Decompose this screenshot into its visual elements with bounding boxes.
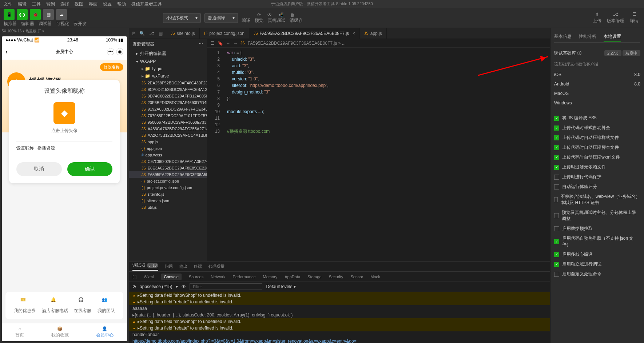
file-item[interactable]: JS util.js: [129, 204, 207, 211]
tab-siteinfo[interactable]: JSsiteinfo.js: [166, 28, 200, 39]
dbg-tab-quality[interactable]: 代码质量: [208, 264, 224, 269]
mode-select[interactable]: 小程序模式▾: [163, 13, 201, 23]
nick-input[interactable]: 播播资源: [37, 145, 55, 151]
menu-item[interactable]: 选择: [60, 1, 69, 7]
file-item[interactable]: JS C97C66202BDC29AFAF1A0E274...: [129, 158, 207, 165]
menu-item[interactable]: 工具: [32, 1, 41, 7]
context-select[interactable]: appservice (#15): [140, 284, 172, 289]
folder-item[interactable]: ▸ 📁fy_jiu: [129, 65, 207, 72]
more-icon[interactable]: •••: [107, 48, 114, 55]
dbg-tab-problems[interactable]: 问题: [165, 264, 173, 269]
setting-checkbox[interactable]: ✓上传代码时自动压缩样式文件: [554, 133, 640, 143]
breadcrumb[interactable]: ☰🔖←→ JSFA595EA22BDC29AF9C3F36A5EA6B08F7.…: [207, 39, 550, 48]
branch-icon[interactable]: ⎇: [149, 31, 154, 36]
eye-icon[interactable]: 👁: [182, 284, 186, 289]
compile-select[interactable]: 普通编译▾: [204, 13, 238, 23]
file-item[interactable]: JS 950066742BDC29AFF3660E7331...: [129, 119, 207, 125]
service-item[interactable]: 🎧在线客服: [74, 297, 91, 314]
rp-tab-basic[interactable]: 基本信息: [554, 32, 572, 42]
filter-input[interactable]: [190, 283, 262, 290]
menu-item[interactable]: 视图: [75, 1, 83, 7]
tab-project-config[interactable]: { }project.config.json: [200, 28, 249, 39]
file-item[interactable]: JS E8E3A6252BDC29AF8E85CE226...: [129, 165, 207, 171]
dt-memory[interactable]: Memory: [263, 275, 278, 279]
file-item[interactable]: JS siteinfo.js: [129, 191, 207, 198]
dbg-tab-terminal[interactable]: 终端: [194, 264, 202, 269]
setting-checkbox[interactable]: 启用数据预拉取: [554, 224, 640, 234]
setting-checkbox[interactable]: 预览及真机调试时主包、分包体积上限调整: [554, 208, 640, 224]
file-item[interactable]: { } project.private.config.json: [129, 184, 207, 191]
file-item[interactable]: JS app.js: [129, 139, 207, 145]
setting-checkbox[interactable]: ✓启用代码自动热重载（不支持 json 文件）: [554, 234, 640, 250]
version-button[interactable]: ⎇版本管理: [607, 12, 624, 24]
menu-item[interactable]: 设置: [103, 1, 112, 7]
dt-sources[interactable]: Sources: [189, 275, 203, 279]
setting-checkbox[interactable]: 自动运行体验评分: [554, 182, 640, 192]
dt-security[interactable]: Security: [329, 275, 343, 279]
details-button[interactable]: ☰详情: [630, 12, 639, 24]
file-item[interactable]: { } app.json: [129, 145, 207, 152]
setting-checkbox[interactable]: ✓上传代码时自动压缩wxml文件: [554, 152, 640, 162]
tab-active-file[interactable]: JSFA595EA22BDC29AF9C3F36A5EA6B08F7.js×: [249, 28, 360, 39]
file-item[interactable]: # app.wxss: [129, 152, 207, 158]
setting-checkbox[interactable]: ✓启用独立域进行调试: [554, 259, 640, 269]
extension-icon[interactable]: ▦: [159, 31, 163, 36]
dt-performance[interactable]: Performance: [233, 275, 256, 279]
dt-sensor[interactable]: Sensor: [350, 275, 363, 279]
root-folder[interactable]: ▾ WXAPP: [129, 58, 207, 65]
preview-icon[interactable]: 👁: [267, 12, 272, 17]
target-icon[interactable]: ◉: [116, 48, 123, 55]
clear-cache-icon[interactable]: 🗑: [290, 12, 295, 17]
cancel-button[interactable]: 取消: [16, 162, 62, 176]
close-icon[interactable]: ×: [353, 31, 355, 36]
cloud-button[interactable]: ☁: [56, 9, 67, 20]
menu-item[interactable]: 编辑: [18, 1, 27, 7]
file-item[interactable]: JS AA2C73B12BDC29AFCC4A1BB6...: [129, 132, 207, 139]
code-content[interactable]: 12345678910111213 var i = { uniacid: "3"…: [207, 48, 550, 261]
file-item[interactable]: { } project.config.json: [129, 178, 207, 184]
coupon-item[interactable]: 🎫我的优惠券: [14, 297, 36, 314]
file-item[interactable]: JS 9192A6332BDC29AFF7F4CE3453...: [129, 106, 207, 112]
file-item[interactable]: JS 9D74C0022BDC29AFFB12A8050...: [129, 93, 207, 99]
menu-item[interactable]: 微信开发者工具: [131, 1, 162, 7]
compile-icon[interactable]: ⟳: [257, 12, 261, 17]
menu-item[interactable]: 界面: [89, 1, 98, 7]
setting-checkbox[interactable]: ✓启用多核心编译: [554, 250, 640, 259]
setting-checkbox[interactable]: ✓将 JS 编译成 ES5: [554, 113, 640, 123]
file-item[interactable]: { } sitemap.json: [129, 198, 207, 204]
device-debug-icon[interactable]: 📲: [278, 12, 284, 17]
file-item[interactable]: JS 20F6BFD32BDC29AF4690D7D4B...: [129, 99, 207, 106]
setting-checkbox[interactable]: ✓上传代码时自动压缩脚本文件: [554, 143, 640, 152]
search-icon[interactable]: 🔍: [139, 31, 145, 36]
editor-button[interactable]: ❮❯: [17, 9, 28, 20]
avatar-upload[interactable]: ◆: [53, 102, 75, 124]
upload-button[interactable]: ⬆上传: [593, 12, 601, 24]
edit-name-badge[interactable]: 修改名称: [100, 63, 123, 71]
visual-button[interactable]: ▦: [43, 9, 54, 20]
menu-item[interactable]: 帮助: [117, 1, 126, 7]
menu-item[interactable]: 文件: [4, 1, 12, 7]
rp-tab-local[interactable]: 本地设置: [604, 32, 621, 42]
levels-select[interactable]: Default levels ▾: [266, 284, 295, 289]
debugger-button[interactable]: 🐞: [30, 9, 41, 20]
menu-item[interactable]: 转到: [46, 1, 55, 7]
setting-checkbox[interactable]: ✓上传时过滤无依赖文件: [554, 162, 640, 172]
lib-version[interactable]: 2.27.3: [604, 50, 621, 56]
file-item[interactable]: JS 2EA258F52BDC29AF48C430F2D...: [129, 80, 207, 86]
setting-checkbox[interactable]: 不校验合法域名、web-view（业务域名）本以及 HTTPS 证书: [554, 192, 640, 208]
setting-checkbox[interactable]: 启用自定义处理命令: [554, 269, 640, 279]
folder-item[interactable]: ▸ 📁wxParse: [129, 72, 207, 80]
open-editors[interactable]: ▸ 打开的编辑器: [129, 49, 207, 58]
file-item[interactable]: JS 9CA0D2152BDC29AFFAC6BA12E...: [129, 86, 207, 93]
dt-wxml[interactable]: Wxml: [144, 275, 154, 279]
confirm-button[interactable]: 确认: [67, 162, 113, 176]
simulator-button[interactable]: 📱: [4, 9, 15, 20]
phone-item[interactable]: 🔔酒店客服电话: [42, 297, 68, 314]
dt-network[interactable]: Network: [211, 275, 225, 279]
rp-tab-perf[interactable]: 性能分析: [579, 32, 596, 42]
dt-mock[interactable]: Mock: [370, 275, 380, 279]
file-item[interactable]: JS 767985F22BDC29AF101FEDF571...: [129, 112, 207, 119]
setting-checkbox[interactable]: 上传时进行代码保护: [554, 172, 640, 182]
console-output[interactable]: ▸Setting data field "showShop" to undefi…: [129, 291, 550, 343]
tab-member[interactable]: 👤会员中心: [96, 326, 114, 338]
